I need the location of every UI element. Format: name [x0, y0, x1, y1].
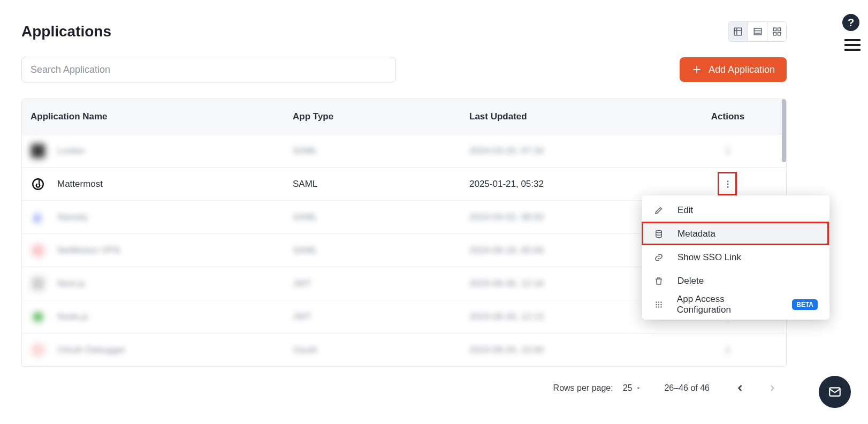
beta-badge: BETA [792, 299, 818, 310]
app-type: SAML [293, 146, 469, 156]
svg-point-11 [727, 183, 729, 185]
rows-per-page-label: Rows per page: [553, 383, 613, 393]
list-view-icon [753, 27, 763, 36]
svg-point-36 [658, 304, 659, 305]
svg-point-28 [727, 349, 729, 351]
app-updated: 2024-03-20, 07:34 [469, 146, 678, 156]
app-name: NetMotion VPN [57, 245, 120, 256]
table-row[interactable]: OAuth DebuggerOauth2024-08-20, 15:00 [22, 334, 786, 367]
menu-item-label: App Access Configuration [677, 294, 775, 315]
svg-point-27 [727, 346, 729, 348]
pagination-range: 26–46 of 46 [664, 383, 710, 393]
page-title: Applications [21, 23, 111, 40]
help-icon: ? [848, 17, 854, 29]
table-view-icon [733, 27, 743, 36]
help-fab[interactable]: ? [842, 14, 859, 31]
svg-point-37 [660, 304, 661, 305]
chevron-left-icon [735, 383, 745, 393]
svg-rect-3 [778, 28, 780, 31]
app-type: SAML [293, 212, 469, 223]
trash-icon [654, 276, 665, 286]
view-list-button[interactable] [748, 22, 767, 41]
rows-per-page-value: 25 [623, 383, 633, 393]
app-type: Oauth [293, 345, 469, 355]
table-row[interactable]: LookerSAML2024-03-20, 07:34 [22, 134, 786, 168]
grid-dots-icon [654, 300, 664, 309]
col-header-type: App Type [293, 111, 469, 122]
svg-point-10 [727, 180, 729, 182]
svg-rect-5 [778, 33, 780, 35]
app-name: Namely [57, 212, 88, 223]
netmotion-icon [31, 243, 45, 258]
row-actions-button[interactable] [720, 342, 736, 358]
database-icon [654, 229, 665, 239]
search-input[interactable] [21, 57, 396, 82]
mail-icon [828, 385, 842, 399]
menu-item-delete[interactable]: Delete [642, 269, 829, 293]
menu-item-label: Edit [677, 205, 693, 216]
col-header-actions: Actions [678, 111, 778, 122]
svg-point-33 [658, 301, 659, 302]
mail-fab[interactable] [819, 376, 851, 408]
looker-icon [31, 143, 45, 158]
oauth-icon [31, 343, 45, 358]
svg-point-29 [727, 352, 729, 353]
main-menu-button[interactable] [844, 36, 861, 54]
nextjs-icon [31, 276, 45, 291]
rows-per-page-select[interactable]: 25 [623, 383, 642, 393]
col-header-name: Application Name [31, 111, 293, 122]
app-type: JWT [293, 312, 469, 322]
menu-item-label: Show SSO Link [677, 252, 741, 263]
chevron-right-icon [767, 383, 778, 393]
pagination: Rows per page: 25 26–46 of 46 [21, 367, 804, 399]
menu-item-sso[interactable]: Show SSO Link [642, 246, 829, 269]
app-name: Looker [57, 146, 85, 156]
svg-point-7 [727, 150, 729, 152]
app-name: Next.js [57, 278, 85, 289]
svg-point-35 [656, 304, 657, 305]
menu-item-edit[interactable]: Edit [642, 199, 829, 222]
mattermost-icon [31, 177, 45, 192]
svg-rect-0 [734, 28, 742, 35]
pagination-next-button[interactable] [761, 377, 783, 399]
app-name: OAuth Debugger [57, 345, 126, 355]
svg-point-34 [660, 301, 661, 302]
svg-rect-2 [773, 28, 776, 31]
link-icon [654, 253, 665, 262]
nodejs-icon [31, 309, 45, 324]
col-header-updated: Last Updated [469, 111, 678, 122]
svg-point-40 [660, 306, 661, 307]
svg-point-39 [658, 306, 659, 307]
svg-point-6 [727, 147, 729, 149]
menu-item-metadata[interactable]: Metadata [642, 222, 829, 246]
app-type: SAML [293, 179, 469, 190]
view-grid-button[interactable] [767, 22, 786, 41]
pagination-prev-button[interactable] [729, 377, 751, 399]
namely-icon [31, 210, 45, 225]
app-updated: 2025-01-21, 05:32 [469, 179, 678, 190]
row-actions-menu: EditMetadataShow SSO LinkDeleteApp Acces… [642, 195, 829, 320]
app-type: SAML [293, 245, 469, 256]
scrollbar[interactable] [782, 99, 786, 162]
menu-item-label: Delete [677, 276, 704, 286]
svg-point-38 [656, 306, 657, 307]
menu-item-label: Metadata [677, 229, 715, 239]
app-name: Mattermost [57, 179, 103, 190]
svg-rect-1 [754, 28, 762, 35]
view-toggle [728, 21, 787, 42]
plus-icon [691, 64, 702, 75]
row-actions-button[interactable] [720, 176, 736, 192]
caret-down-icon [635, 385, 642, 391]
view-table-button[interactable] [728, 22, 748, 41]
grid-view-icon [772, 27, 782, 36]
add-application-button[interactable]: Add Application [680, 57, 787, 82]
svg-rect-4 [773, 33, 776, 35]
app-updated: 2024-08-20, 15:00 [469, 345, 678, 355]
pencil-icon [654, 206, 665, 215]
app-name: Node.js [57, 312, 88, 322]
row-actions-button[interactable] [720, 143, 736, 159]
svg-point-31 [656, 230, 662, 233]
menu-item-access[interactable]: App Access ConfigurationBETA [642, 293, 829, 316]
svg-point-12 [727, 186, 729, 187]
svg-point-32 [656, 301, 657, 302]
